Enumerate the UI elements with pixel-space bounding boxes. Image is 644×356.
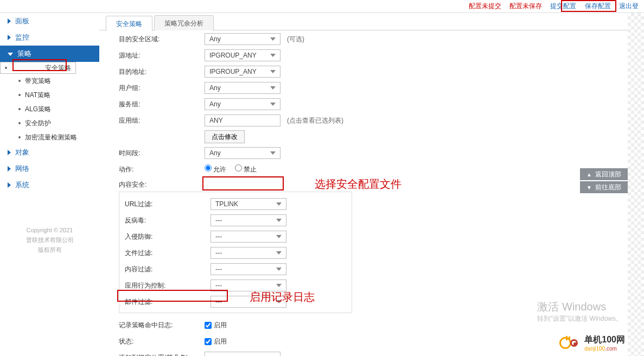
- nav-system[interactable]: 系统: [0, 177, 99, 193]
- nav-label: 网络: [15, 164, 29, 174]
- label-log: 记录策略命中日志:: [119, 321, 205, 330]
- label-timeslot: 时间段:: [119, 149, 205, 158]
- select-value: TPLINK: [215, 200, 238, 208]
- label-content-filter: 内容过滤:: [125, 265, 211, 274]
- select-dst-addr[interactable]: IPGROUP_ANY: [205, 66, 280, 78]
- hint-optional: (可选): [287, 35, 304, 44]
- nav-label: 监控: [15, 33, 29, 42]
- bullet-icon: [18, 94, 21, 96]
- label-usergroup: 用户组:: [119, 84, 205, 93]
- checkbox-status[interactable]: [205, 338, 212, 345]
- label-url-filter: URL过滤:: [125, 200, 211, 209]
- chevron-down-icon: [8, 53, 13, 56]
- input-position[interactable]: [205, 352, 280, 356]
- label-dst-zone: 目的安全区域:: [119, 35, 205, 44]
- top-status-bar: 配置未提交 配置未保存 提交配置 保存配置 退出登: [0, 0, 644, 13]
- scroll-top-label: 返回顶部: [595, 170, 621, 179]
- bullet-icon: [18, 122, 21, 124]
- select-value: ---: [215, 265, 222, 273]
- label-dst-addr: 目的地址:: [119, 67, 205, 77]
- tab-redundancy-analysis[interactable]: 策略冗余分析: [154, 15, 214, 30]
- select-value: ---: [215, 249, 222, 257]
- click-modify-button[interactable]: 点击修改: [205, 130, 245, 143]
- select-content-filter[interactable]: ---: [211, 263, 286, 275]
- select-svcgroup[interactable]: Any: [205, 98, 280, 110]
- nav-panel[interactable]: 面板: [0, 13, 99, 29]
- chevron-down-icon: ▼: [586, 185, 592, 190]
- select-file-filter[interactable]: ---: [211, 247, 286, 259]
- select-value: Any: [209, 100, 221, 108]
- sidebar-item-alg[interactable]: ALG策略: [0, 102, 99, 116]
- label-ips: 入侵防御:: [125, 232, 211, 241]
- select-src-addr[interactable]: IPGROUP_ANY: [205, 49, 280, 61]
- logout-link[interactable]: 退出登: [616, 0, 642, 12]
- nav-monitor[interactable]: 监控: [0, 29, 99, 46]
- chevron-right-icon: [8, 18, 11, 24]
- caret-down-icon: [270, 103, 276, 106]
- caret-down-icon: [276, 235, 282, 238]
- caret-down-icon: [276, 268, 282, 271]
- tab-bar: 安全策略 策略冗余分析: [99, 13, 628, 30]
- tab-security-policy[interactable]: 安全策略: [106, 16, 152, 31]
- label-file-filter: 文件过滤:: [125, 249, 211, 258]
- select-value: IPGROUP_ANY: [209, 68, 257, 75]
- scroll-bottom-button[interactable]: ▼前往底部: [580, 181, 628, 193]
- bullet-icon: [5, 67, 7, 69]
- caret-down-icon: [276, 202, 282, 206]
- sidebar-item-encrypted[interactable]: 加密流量检测策略: [0, 130, 99, 144]
- checkbox-log[interactable]: [205, 322, 212, 329]
- select-dst-zone[interactable]: Any: [205, 33, 280, 45]
- submit-config-link[interactable]: 提交配置: [547, 0, 579, 12]
- brand-logo-icon: [559, 336, 581, 350]
- radio-deny[interactable]: [235, 164, 242, 171]
- sidebar-item-label: NAT策略: [25, 91, 50, 100]
- transparency-checker: [628, 0, 644, 356]
- scroll-top-button[interactable]: ▲返回顶部: [580, 168, 628, 180]
- activation-title: 激活 Windows: [537, 300, 622, 314]
- select-ips[interactable]: ---: [211, 231, 286, 243]
- select-appgroup[interactable]: ANY: [205, 115, 280, 126]
- content-security-box: URL过滤: TPLINK 反病毒: --- 入侵防御: --- 文件过滤: -…: [119, 192, 352, 313]
- label-behavior: 应用行为控制:: [125, 281, 211, 290]
- select-timeslot[interactable]: Any: [205, 147, 280, 159]
- select-url-filter[interactable]: TPLINK: [211, 198, 286, 210]
- sidebar-item-bandwidth[interactable]: 带宽策略: [0, 74, 99, 88]
- select-value: Any: [209, 35, 221, 43]
- label-svcgroup: 服务组:: [119, 100, 205, 109]
- select-value: Any: [209, 84, 221, 92]
- save-config-link[interactable]: 保存配置: [582, 0, 614, 12]
- caret-down-icon: [270, 54, 276, 57]
- sidebar-item-protection[interactable]: 安全防护: [0, 116, 99, 130]
- website-watermark: 单机100网 danji100.com: [559, 334, 625, 352]
- nav-network[interactable]: 网络: [0, 161, 99, 177]
- scroll-helper-buttons: ▲返回顶部 ▼前往底部: [580, 168, 628, 194]
- sidebar-item-label: 安全防护: [25, 119, 51, 128]
- label-status: 状态:: [119, 337, 205, 346]
- caret-down-icon: [270, 37, 276, 41]
- caret-down-icon: [276, 284, 282, 287]
- activation-subtitle: 转到"设置"以激活 Windows。: [537, 314, 622, 323]
- sidebar-item-security-policy[interactable]: 安全策略: [0, 62, 76, 74]
- label-src-addr: 源地址:: [119, 51, 205, 60]
- copyright-block: Copyright © 2021 普联技术有限公司 版权所有: [0, 225, 99, 255]
- annotation-text-log: 启用记录日志: [250, 290, 315, 304]
- brand-domain: danji100.com: [584, 346, 625, 352]
- select-value: IPGROUP_ANY: [209, 52, 257, 59]
- select-value: ---: [215, 217, 222, 224]
- chevron-right-icon: [8, 182, 11, 188]
- windows-activation-watermark: 激活 Windows 转到"设置"以激活 Windows。: [537, 300, 622, 323]
- nav-label: 系统: [15, 180, 29, 190]
- select-antivirus[interactable]: ---: [211, 214, 286, 226]
- copyright-line: 版权所有: [0, 245, 99, 255]
- brand-name: 单机100网: [584, 334, 625, 346]
- nav-label: 面板: [15, 16, 29, 26]
- hint-click-selected[interactable]: (点击查看已选列表): [287, 116, 343, 125]
- nav-policy[interactable]: 策略: [0, 46, 99, 62]
- label-action: 动作:: [119, 165, 205, 174]
- sidebar-item-label: 安全策略: [45, 63, 71, 73]
- radio-allow[interactable]: [205, 164, 212, 171]
- sidebar-item-label: 带宽策略: [25, 77, 51, 86]
- sidebar-item-nat[interactable]: NAT策略: [0, 88, 99, 102]
- nav-object[interactable]: 对象: [0, 144, 99, 161]
- select-usergroup[interactable]: Any: [205, 82, 280, 94]
